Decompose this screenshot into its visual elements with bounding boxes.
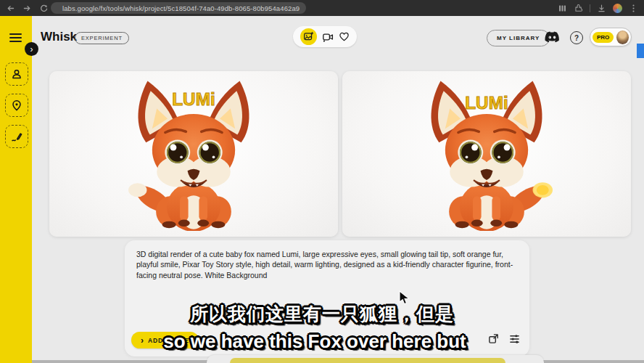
location-pin-icon xyxy=(11,99,22,111)
video-camera-icon xyxy=(322,31,334,43)
sidebar-item-subject[interactable] xyxy=(5,62,28,86)
heart-icon xyxy=(339,31,350,42)
mouse-cursor xyxy=(399,290,410,306)
style-brush-icon xyxy=(11,131,22,142)
back-icon[interactable] xyxy=(3,2,17,14)
page-title: Whisk xyxy=(41,30,77,44)
reload-icon[interactable] xyxy=(36,2,51,14)
prompt-text[interactable]: 3D digital render of a cute baby fox nam… xyxy=(136,249,522,280)
pro-badge: PRO xyxy=(593,32,614,43)
download-icon[interactable] xyxy=(597,4,606,13)
subtitle-chinese: 所以我们这里有一只狐狸，但是 xyxy=(0,302,644,326)
help-button[interactable]: ? xyxy=(570,31,583,44)
my-library-button[interactable]: MY LIBRARY xyxy=(487,30,550,46)
url-text: labs.google/fx/tools/whisk/project/5c185… xyxy=(62,4,300,12)
generated-image-card-2[interactable]: LUMi xyxy=(342,71,631,237)
account-button[interactable]: PRO xyxy=(590,28,632,46)
sidebar-expand-button[interactable]: › xyxy=(25,42,38,56)
video-mode-button[interactable] xyxy=(322,31,334,43)
extensions-icon[interactable] xyxy=(574,4,583,13)
sidebar-item-style[interactable] xyxy=(5,125,28,148)
person-icon xyxy=(11,68,22,80)
subtitle-english: so we have this Fox over here but xyxy=(0,330,637,353)
sidebar-item-scene[interactable] xyxy=(5,94,28,117)
fox-illustration-2: LUMi xyxy=(395,76,579,231)
fox-name-text: LUMi xyxy=(465,93,508,113)
mode-toolbar xyxy=(293,26,357,47)
bottom-prompt-field[interactable] xyxy=(230,358,505,363)
url-bar[interactable]: labs.google/fx/tools/whisk/project/5c185… xyxy=(51,2,306,14)
image-mode-button[interactable] xyxy=(300,28,317,45)
user-avatar xyxy=(616,30,629,44)
generated-image-card-1[interactable]: LUMi xyxy=(49,71,338,237)
browser-actions xyxy=(558,0,638,16)
experiment-badge: EXPERIMENT xyxy=(75,32,129,44)
app-window: labs.google/fx/tools/whisk/project/5c185… xyxy=(0,0,644,363)
browser-menu-icon[interactable] xyxy=(629,4,638,13)
fox-name-text: LUMi xyxy=(172,89,215,109)
forward-icon[interactable] xyxy=(20,2,34,14)
fox-illustration-1: LUMi xyxy=(102,76,286,231)
image-sparkle-icon xyxy=(303,31,314,42)
favorites-button[interactable] xyxy=(339,31,350,42)
menu-icon[interactable] xyxy=(9,33,22,42)
scrollbar-thumb[interactable] xyxy=(637,44,644,58)
discord-icon[interactable] xyxy=(545,31,559,43)
browser-profile-avatar[interactable] xyxy=(613,4,622,13)
chevron-right-icon: › xyxy=(30,45,33,54)
tab-groups-icon[interactable] xyxy=(558,4,567,13)
divider xyxy=(590,4,590,12)
